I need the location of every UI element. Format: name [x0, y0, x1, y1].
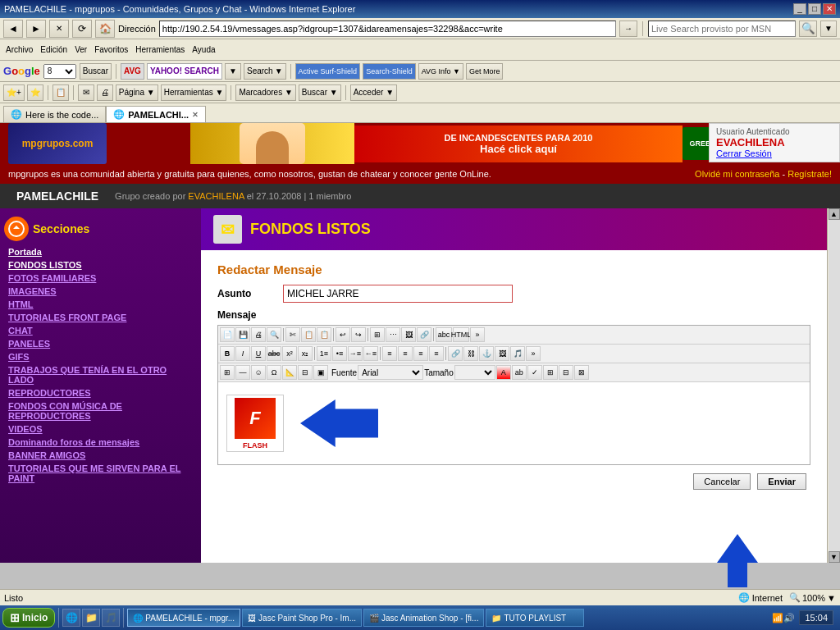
sidebar-link-chat[interactable]: CHAT: [4, 324, 197, 337]
marcadores-btn[interactable]: Marcadores ▼: [235, 84, 295, 101]
editor-img-btn[interactable]: 🖼: [401, 327, 416, 342]
editor-html-btn[interactable]: HTML: [453, 327, 469, 342]
page-btn[interactable]: Página ▼: [116, 84, 158, 101]
editor-table-btn[interactable]: ⊞: [370, 327, 385, 342]
right-scrollbar[interactable]: ▲ ▼: [827, 208, 840, 563]
editor-strike-btn[interactable]: abc: [267, 346, 281, 361]
t7-btn[interactable]: ⊞: [543, 365, 558, 380]
editor-cut-btn[interactable]: ✄: [285, 327, 300, 342]
size-selector[interactable]: [454, 365, 495, 380]
editor-more-btn[interactable]: ⋯: [386, 327, 400, 342]
font-selector[interactable]: Arial: [358, 365, 423, 380]
sidebar-link-banner[interactable]: BANNER AMIGOS: [4, 449, 197, 462]
taskbar-paintshop-btn[interactable]: 🖼 Jasc Paint Shop Pro - Im...: [242, 609, 362, 627]
search-button[interactable]: 🔍: [799, 21, 817, 37]
editor-sub-btn[interactable]: x₂: [298, 346, 313, 361]
sidebar-link-dominando[interactable]: Dominando foros de mensajes: [4, 436, 197, 449]
editor-paste-btn[interactable]: 📋: [317, 327, 331, 342]
editor-copy-btn[interactable]: 📋: [301, 327, 316, 342]
editor-preview-btn[interactable]: 🔍: [267, 327, 281, 342]
menu-ayuda[interactable]: Ayuda: [189, 42, 217, 58]
sidebar-link-paneles[interactable]: PANELES: [4, 337, 197, 350]
refresh-button[interactable]: ⟳: [72, 20, 92, 38]
taskbar-tuto-btn[interactable]: 📁 TUTO PLAYLIST: [486, 609, 584, 627]
scroll-up-btn[interactable]: ▲: [829, 208, 840, 220]
back-button[interactable]: ◄: [3, 20, 23, 38]
editor-outdent-btn[interactable]: ←≡: [363, 346, 378, 361]
sidebar-link-videos[interactable]: VIDEOS: [4, 422, 197, 436]
media-quick-launch[interactable]: 🎵: [102, 609, 120, 627]
home-button[interactable]: 🏠: [95, 20, 115, 38]
add-favorites-btn[interactable]: ⭐+: [3, 84, 25, 101]
sidebar-link-tutoriales-paint[interactable]: TUTORIALES QUE ME SIRVEN PARA EL PAINT: [4, 462, 197, 485]
print-btn[interactable]: 🖨: [97, 84, 113, 101]
t6-btn[interactable]: ✓: [527, 365, 542, 380]
sidebar-link-reproductores[interactable]: REPRODUCTORES: [4, 386, 197, 399]
creator-link[interactable]: EVACHILENA: [188, 191, 244, 201]
sidebar-link-trabajos[interactable]: TRABAJOS QUE TENÍA EN EL OTRO LADO: [4, 363, 197, 386]
editor-undo-btn[interactable]: ↩: [336, 327, 350, 342]
sidebar-link-portada[interactable]: Portada: [4, 245, 197, 258]
editor-content[interactable]: F FLASH: [218, 382, 810, 464]
sidebar-link-fondos[interactable]: FONDOS LISTOS: [4, 258, 197, 272]
editor-ol-btn[interactable]: 1≡: [317, 346, 331, 361]
search-shield-button[interactable]: Search-Shield: [363, 63, 416, 80]
ad-banner[interactable]: DE INCANDESCENTES PARA 2010 Hacé click a…: [354, 126, 682, 162]
editor-omega-btn[interactable]: Ω: [267, 365, 281, 380]
search-options-button[interactable]: ▼: [820, 21, 837, 37]
folder-quick-launch[interactable]: 📁: [82, 609, 100, 627]
editor-save-btn[interactable]: 💾: [235, 327, 250, 342]
acceder-btn[interactable]: Acceder ▼: [350, 84, 397, 101]
editor-ul-btn[interactable]: •≡: [332, 346, 347, 361]
url-input[interactable]: [159, 21, 616, 37]
editor-align-justify-btn[interactable]: ≡: [429, 346, 444, 361]
history-btn[interactable]: 📋: [52, 84, 69, 101]
editor-chevron-btn[interactable]: »: [470, 327, 485, 342]
stop-button[interactable]: ✕: [49, 20, 69, 38]
sidebar-link-imagenes[interactable]: IMAGENES: [4, 285, 197, 298]
search-dropdown[interactable]: ▼: [225, 63, 241, 80]
editor-link2-btn[interactable]: 🔗: [448, 346, 463, 361]
editor-align-left-btn[interactable]: ≡: [382, 346, 397, 361]
editor-chevron2-btn[interactable]: »: [526, 346, 541, 361]
menu-ver[interactable]: Ver: [72, 42, 89, 58]
register-link[interactable]: Regístrate!: [788, 169, 832, 179]
editor-print-btn[interactable]: 🖨: [251, 327, 266, 342]
sidebar-link-html[interactable]: HTML: [4, 298, 197, 311]
get-more-button[interactable]: Get More: [466, 63, 504, 80]
menu-archivo[interactable]: Archivo: [3, 42, 35, 58]
ie-quick-launch[interactable]: 🌐: [62, 609, 80, 627]
color-btn[interactable]: A: [496, 365, 511, 380]
tools-btn[interactable]: Herramientas ▼: [161, 84, 227, 101]
tab-pamelachi[interactable]: 🌐 PAMELACHI... ✕: [106, 106, 206, 122]
sidebar-link-tutoriales[interactable]: TUTORIALES FRONT PAGE: [4, 311, 197, 324]
live-search-input[interactable]: [648, 21, 796, 37]
menu-edicion[interactable]: Edición: [38, 42, 70, 58]
active-surf-button[interactable]: Active Surf-Shield: [295, 63, 361, 80]
forward-button[interactable]: ►: [26, 20, 46, 38]
google-search-button[interactable]: Buscar: [80, 63, 112, 80]
close-button[interactable]: ✕: [823, 3, 836, 15]
cancel-button[interactable]: Cancelar: [693, 473, 751, 490]
font-size-select[interactable]: 8: [43, 64, 76, 79]
editor-t3-btn[interactable]: 📐: [282, 365, 297, 380]
editor-link-btn[interactable]: 🔗: [417, 327, 431, 342]
menu-favoritos[interactable]: Favoritos: [92, 42, 130, 58]
window-controls[interactable]: _ □ ✕: [793, 3, 836, 15]
editor-t2-btn[interactable]: —: [235, 365, 250, 380]
menu-herramientas[interactable]: Herramientas: [133, 42, 187, 58]
editor-redo-btn[interactable]: ↪: [351, 327, 366, 342]
sidebar-link-fondos-musica[interactable]: FONDOS CON MÚSICA DE REPRODUCTORES: [4, 399, 197, 422]
editor-bold-btn[interactable]: B: [220, 346, 235, 361]
taskbar-animation-btn[interactable]: 🎬 Jasc Animation Shop - [fi...: [363, 609, 484, 627]
editor-t4-btn[interactable]: ⊟: [298, 365, 313, 380]
editor-sup-btn[interactable]: x²: [282, 346, 297, 361]
editor-media-btn[interactable]: 🎵: [510, 346, 525, 361]
scroll-down-btn[interactable]: ▼: [829, 551, 840, 563]
start-button[interactable]: ⊞ Inicio: [2, 608, 55, 628]
mail-btn[interactable]: ✉: [78, 84, 94, 101]
buscar-btn[interactable]: Buscar ▼: [299, 84, 341, 101]
minimize-button[interactable]: _: [793, 3, 806, 15]
t8-btn[interactable]: ⊟: [559, 365, 573, 380]
editor-unlink-btn[interactable]: ⛓: [463, 346, 478, 361]
